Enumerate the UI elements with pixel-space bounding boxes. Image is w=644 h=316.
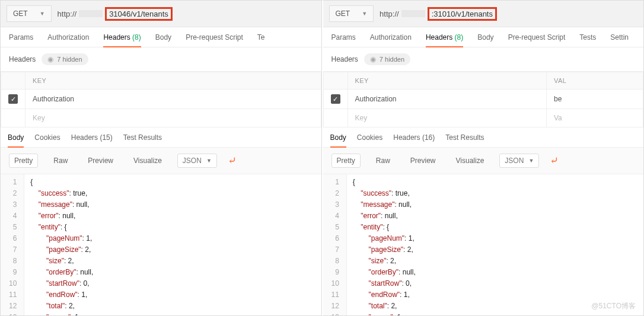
resp-tab-body[interactable]: Body — [8, 133, 24, 148]
pretty-btn[interactable]: Pretty — [331, 154, 361, 168]
row-checkbox[interactable]: ✓ — [331, 94, 340, 104]
request-bar: GET▼ http:// :31010/v1/tenants — [323, 1, 644, 27]
key-input[interactable]: Key — [25, 109, 321, 127]
headers-table: KEYVAL ✓Authorizationbe KeyVa — [323, 72, 644, 127]
resp-tab-test-results[interactable]: Test Results — [123, 133, 162, 147]
left-panel: GET▼ http:// 31046/v1/tenants ParamsAuth… — [0, 0, 322, 316]
col-key: KEY — [347, 72, 546, 90]
wrap-icon[interactable]: ⤶ — [550, 154, 559, 167]
resp-tab-test-results[interactable]: Test Results — [445, 133, 484, 147]
watermark: @51CTO博客 — [591, 301, 636, 311]
resp-tab-cookies[interactable]: Cookies — [357, 133, 382, 147]
tab-params[interactable]: Params — [9, 33, 33, 47]
url-prefix: http:// — [58, 9, 77, 18]
code-lines: { "success": true, "message": null, "err… — [347, 174, 422, 315]
row-checkbox[interactable]: ✓ — [8, 94, 18, 104]
tab-authorization[interactable]: Authorization — [370, 33, 412, 47]
request-tabs: ParamsAuthorizationHeaders (8)BodyPre-re… — [1, 27, 321, 47]
response-tabs: BodyCookiesHeaders (16)Test Results — [323, 127, 644, 148]
tab-te[interactable]: Te — [257, 33, 265, 47]
pretty-btn[interactable]: Pretty — [9, 154, 38, 168]
tab-body[interactable]: Body — [155, 33, 171, 47]
response-tabs: BodyCookiesHeaders (15)Test Results — [1, 127, 321, 148]
tab-body[interactable]: Body — [477, 33, 493, 47]
format-select[interactable]: JSON ▼ — [177, 154, 217, 168]
url-field[interactable]: http:// :31010/v1/tenants — [380, 7, 497, 21]
tab-params[interactable]: Params — [331, 33, 356, 47]
response-toolbar: Pretty Raw Preview Visualize JSON ▼ ⤶ — [1, 148, 321, 174]
tab-settin[interactable]: Settin — [610, 33, 629, 47]
tab-pre-request-script[interactable]: Pre-request Script — [508, 33, 566, 47]
preview-btn[interactable]: Preview — [406, 154, 441, 167]
method-select[interactable]: GET▼ — [7, 5, 52, 22]
auth-row[interactable]: Authorization — [25, 90, 321, 109]
tab-pre-request-script[interactable]: Pre-request Script — [186, 33, 243, 47]
resp-tab-body[interactable]: Body — [330, 133, 346, 148]
panels: GET▼ http:// 31046/v1/tenants ParamsAuth… — [0, 0, 644, 316]
method-select[interactable]: GET▼ — [329, 5, 374, 22]
right-panel: GET▼ http:// :31010/v1/tenants ParamsAut… — [322, 0, 645, 316]
col-value: VAL — [546, 72, 643, 90]
tab-headers[interactable]: Headers (8) — [426, 33, 463, 47]
request-bar: GET▼ http:// 31046/v1/tenants — [1, 1, 321, 27]
value-input[interactable]: Va — [546, 109, 643, 127]
resp-tab-headers[interactable]: Headers (15) — [71, 133, 113, 147]
tab-authorization[interactable]: Authorization — [47, 33, 89, 47]
tab-tests[interactable]: Tests — [579, 33, 596, 47]
eye-icon: ◉ — [370, 55, 376, 63]
headers-label: Headers — [9, 55, 36, 63]
headers-toolbar: Headers ◉7 hidden — [1, 47, 321, 72]
wrap-icon[interactable]: ⤶ — [228, 154, 237, 167]
caret-icon: ▼ — [528, 158, 534, 164]
url-host-mask — [401, 10, 425, 17]
gutter: 1234567891011121314 — [1, 174, 24, 315]
visualize-btn[interactable]: Visualize — [451, 154, 489, 167]
headers-label: Headers — [331, 55, 358, 63]
headers-table: KEY ✓Authorization Key — [1, 72, 321, 127]
col-key: KEY — [25, 72, 321, 90]
hidden-pill[interactable]: ◉7 hidden — [364, 53, 410, 65]
resp-tab-cookies[interactable]: Cookies — [34, 133, 60, 147]
tab-headers[interactable]: Headers (8) — [103, 33, 141, 47]
preview-btn[interactable]: Preview — [83, 154, 118, 167]
resp-tab-headers[interactable]: Headers (16) — [393, 133, 435, 147]
hidden-pill[interactable]: ◉7 hidden — [42, 53, 88, 65]
raw-btn[interactable]: Raw — [49, 154, 72, 167]
response-body[interactable]: 1234567891011121314 { "success": true, "… — [323, 174, 644, 315]
raw-btn[interactable]: Raw — [371, 154, 395, 167]
auth-value[interactable]: be — [546, 90, 643, 109]
key-input[interactable]: Key — [347, 109, 546, 127]
method-label: GET — [336, 9, 350, 18]
url-field[interactable]: http:// 31046/v1/tenants — [58, 7, 173, 21]
caret-icon: ▼ — [206, 158, 212, 164]
url-box: 31046/v1/tenants — [105, 7, 173, 21]
visualize-btn[interactable]: Visualize — [129, 154, 167, 167]
headers-toolbar: Headers ◉7 hidden — [323, 47, 644, 72]
format-select[interactable]: JSON ▼ — [499, 154, 539, 168]
auth-row[interactable]: Authorization — [347, 90, 546, 109]
caret-icon: ▼ — [40, 11, 45, 17]
request-tabs: ParamsAuthorizationHeaders (8)BodyPre-re… — [323, 27, 644, 47]
code-lines: { "success": true, "message": null, "err… — [24, 174, 99, 315]
response-body[interactable]: 1234567891011121314 { "success": true, "… — [1, 174, 321, 315]
url-box: :31010/v1/tenants — [428, 7, 497, 21]
method-label: GET — [13, 9, 28, 18]
gutter: 1234567891011121314 — [323, 174, 347, 315]
url-host-mask — [79, 10, 103, 17]
eye-icon: ◉ — [47, 55, 53, 63]
caret-icon: ▼ — [362, 11, 367, 17]
response-toolbar: Pretty Raw Preview Visualize JSON ▼ ⤶ — [323, 148, 644, 174]
url-prefix: http:// — [380, 9, 399, 18]
